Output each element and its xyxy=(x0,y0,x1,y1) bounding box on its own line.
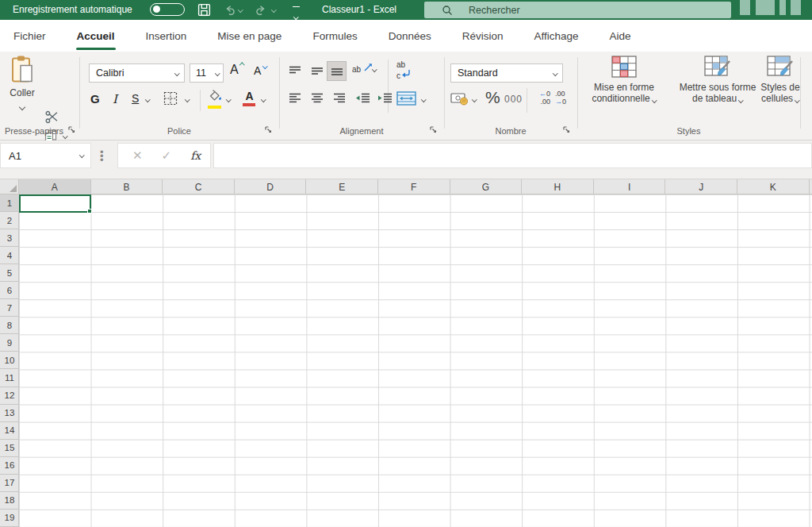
orientation-button[interactable]: ab xyxy=(352,61,373,75)
increase-decimal-button[interactable]: ←0 .00 xyxy=(533,90,550,106)
search-box[interactable]: Rechercher xyxy=(424,2,731,18)
font-color-dropdown-icon[interactable] xyxy=(261,97,266,102)
font-size-combo[interactable]: 11 xyxy=(190,63,224,83)
dialog-launcher-icon[interactable] xyxy=(429,125,438,134)
dialog-launcher-icon[interactable] xyxy=(562,125,571,134)
row-header[interactable]: 14 xyxy=(0,422,19,440)
column-header[interactable]: H xyxy=(522,179,594,194)
enter-icon[interactable]: ✓ xyxy=(162,148,172,163)
row-header[interactable]: 2 xyxy=(0,212,19,229)
tab-donnees[interactable]: Données xyxy=(386,20,434,52)
redo-dropdown-icon[interactable] xyxy=(271,7,276,12)
comma-style-button[interactable]: 000 xyxy=(504,94,523,105)
row-header[interactable]: 13 xyxy=(0,405,19,422)
cell-styles-button[interactable]: Styles de cellules xyxy=(741,55,812,104)
tab-formules[interactable]: Formules xyxy=(310,20,359,52)
redo-icon[interactable] xyxy=(255,4,267,16)
bold-button[interactable]: G xyxy=(90,92,100,106)
accounting-format-icon[interactable] xyxy=(450,92,469,106)
row-header[interactable]: 11 xyxy=(0,369,19,387)
selected-cell[interactable] xyxy=(19,194,91,213)
tab-insertion[interactable]: Insertion xyxy=(144,20,190,52)
tab-aide[interactable]: Aide xyxy=(607,20,634,52)
row-header[interactable]: 17 xyxy=(0,475,19,492)
cut-icon[interactable] xyxy=(45,110,59,124)
row-header[interactable]: 18 xyxy=(0,492,19,510)
italic-button[interactable]: I xyxy=(113,92,117,106)
save-icon[interactable] xyxy=(197,3,211,17)
grow-font-button[interactable]: A xyxy=(230,63,239,77)
decrease-decimal-button[interactable]: .00 →0 xyxy=(555,90,573,106)
row-header[interactable]: 1 xyxy=(0,194,19,212)
fill-handle[interactable] xyxy=(87,209,92,213)
row-header[interactable]: 5 xyxy=(0,264,19,282)
tab-mise-en-page[interactable]: Mise en page xyxy=(215,20,284,52)
decrease-indent-icon[interactable] xyxy=(355,93,370,103)
conditional-formatting-button[interactable]: Mise en forme conditionnelle xyxy=(580,55,668,104)
column-header[interactable]: J xyxy=(665,179,737,194)
tab-fichier[interactable]: Fichier xyxy=(11,20,48,52)
underline-button[interactable]: S xyxy=(132,92,139,105)
align-bottom-button[interactable] xyxy=(327,61,347,81)
row-header[interactable]: 3 xyxy=(0,229,19,247)
align-top-icon[interactable] xyxy=(289,66,301,76)
row-header[interactable]: 19 xyxy=(0,510,19,527)
autosave-toggle[interactable] xyxy=(150,3,185,16)
dialog-launcher-icon[interactable] xyxy=(67,125,76,134)
row-header[interactable]: 12 xyxy=(0,387,19,405)
orientation-dropdown-icon[interactable] xyxy=(372,67,377,71)
column-header[interactable]: D xyxy=(235,179,307,194)
shrink-font-button[interactable]: A xyxy=(254,64,261,77)
row-header[interactable]: 16 xyxy=(0,457,19,475)
align-left-icon[interactable] xyxy=(289,93,301,103)
column-header[interactable]: I xyxy=(594,179,666,194)
cells-area[interactable] xyxy=(19,194,812,527)
wrap-text-button[interactable]: ab c xyxy=(396,60,411,80)
font-color-button[interactable]: A xyxy=(243,89,256,106)
tab-revision[interactable]: Révision xyxy=(460,20,506,52)
accounting-dropdown-icon[interactable] xyxy=(472,97,477,102)
select-all-corner[interactable] xyxy=(0,179,19,194)
fill-color-button[interactable] xyxy=(208,90,223,109)
align-right-icon[interactable] xyxy=(333,93,346,103)
name-box-dropdown-icon[interactable] xyxy=(79,152,84,157)
percent-style-button[interactable]: % xyxy=(485,88,500,107)
paste-button[interactable]: Coller xyxy=(5,55,40,121)
name-box[interactable]: A1 xyxy=(0,143,91,168)
underline-dropdown-icon[interactable] xyxy=(145,97,150,102)
merge-center-icon[interactable] xyxy=(396,91,416,106)
row-header[interactable]: 10 xyxy=(0,352,19,369)
column-header[interactable]: E xyxy=(306,179,378,194)
increase-indent-icon[interactable] xyxy=(377,93,393,103)
column-header[interactable]: B xyxy=(91,179,163,194)
align-center-icon[interactable] xyxy=(311,93,324,103)
column-header[interactable]: F xyxy=(378,179,450,194)
borders-icon[interactable] xyxy=(163,91,178,106)
merge-dropdown-icon[interactable] xyxy=(421,97,426,102)
cancel-icon[interactable]: ✕ xyxy=(132,148,143,163)
row-header[interactable]: 7 xyxy=(0,299,19,317)
separator xyxy=(388,60,389,113)
tab-affichage[interactable]: Affichage xyxy=(531,20,580,52)
column-header[interactable]: A xyxy=(19,179,91,194)
formula-input[interactable] xyxy=(213,143,812,168)
formula-bar-drag-handle[interactable]: ••• xyxy=(100,150,104,162)
row-header[interactable]: 6 xyxy=(0,282,19,299)
font-name-combo[interactable]: Calibri xyxy=(89,63,185,83)
fill-color-dropdown-icon[interactable] xyxy=(226,97,231,102)
column-header[interactable]: C xyxy=(163,179,235,194)
row-header[interactable]: 15 xyxy=(0,440,19,457)
undo-dropdown-icon[interactable] xyxy=(238,7,243,12)
undo-icon[interactable] xyxy=(224,4,236,16)
row-header[interactable]: 4 xyxy=(0,247,19,264)
tab-accueil[interactable]: Accueil xyxy=(75,20,117,52)
borders-dropdown-icon[interactable] xyxy=(185,97,190,102)
dialog-launcher-icon[interactable] xyxy=(264,125,273,134)
number-format-combo[interactable]: Standard xyxy=(450,63,563,83)
column-header[interactable]: K xyxy=(737,179,810,194)
row-header[interactable]: 9 xyxy=(0,334,19,352)
align-middle-icon[interactable] xyxy=(311,66,324,76)
insert-function-icon[interactable]: fx xyxy=(190,149,201,162)
column-header[interactable]: G xyxy=(450,179,523,194)
row-header[interactable]: 8 xyxy=(0,317,19,334)
